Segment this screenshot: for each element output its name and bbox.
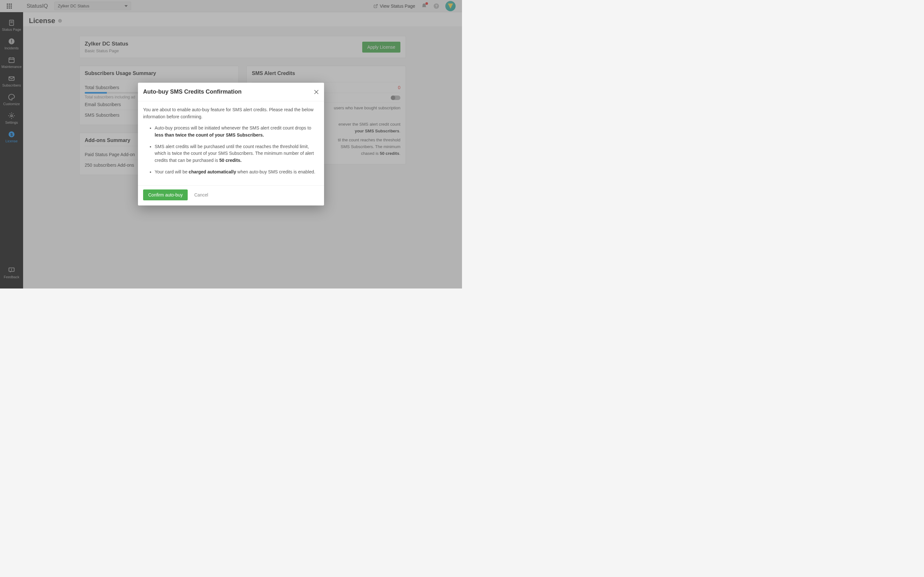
cancel-button[interactable]: Cancel [194,192,208,197]
modal-overlay[interactable]: Auto-buy SMS Credits Confirmation You ar… [0,0,462,288]
confirm-autobuy-button[interactable]: Confirm auto-buy [143,189,188,200]
modal-bullet-2: SMS alert credits will be purchased unti… [155,143,319,164]
autobuy-confirmation-modal: Auto-buy SMS Credits Confirmation You ar… [138,83,324,205]
modal-title: Auto-buy SMS Credits Confirmation [143,89,242,95]
modal-intro: You are about to enable auto-buy feature… [143,106,319,120]
modal-bullet-1: Auto-buy process will be initiated whene… [155,125,319,139]
close-icon[interactable] [314,89,319,95]
modal-bullet-3: Your card will be charged automatically … [155,169,319,176]
